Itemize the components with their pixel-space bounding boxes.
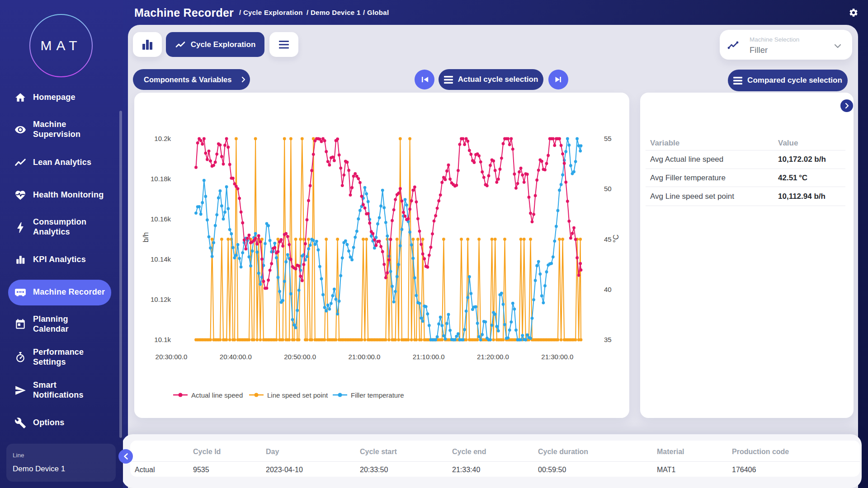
svg-text:45: 45	[604, 235, 612, 243]
svg-text:20:40:00.0: 20:40:00.0	[220, 353, 252, 361]
svg-text:Line speed set point: Line speed set point	[267, 391, 328, 399]
svg-text:10.18k: 10.18k	[151, 175, 171, 183]
svg-text:10.14k: 10.14k	[151, 255, 171, 263]
svg-text:Actual line speed: Actual line speed	[191, 391, 243, 399]
svg-text:40: 40	[604, 286, 612, 293]
svg-text:10.12k: 10.12k	[151, 296, 171, 303]
svg-text:21:10:00.0: 21:10:00.0	[413, 353, 445, 361]
svg-text:°C: °C	[612, 235, 620, 243]
svg-text:50: 50	[604, 185, 612, 192]
svg-text:10.16k: 10.16k	[151, 215, 171, 223]
svg-text:10.1k: 10.1k	[154, 336, 171, 343]
svg-text:35: 35	[604, 336, 612, 343]
svg-text:20:50:00.0: 20:50:00.0	[284, 353, 316, 361]
svg-text:20:30:00.0: 20:30:00.0	[156, 353, 188, 361]
svg-text:55: 55	[604, 135, 612, 142]
svg-text:21:30:00.0: 21:30:00.0	[541, 353, 573, 361]
svg-text:10.2k: 10.2k	[154, 135, 171, 142]
svg-text:b/h: b/h	[142, 232, 150, 242]
svg-text:MAT: MAT	[40, 38, 81, 53]
svg-text:21:20:00.0: 21:20:00.0	[477, 353, 509, 361]
svg-text:21:00:00.0: 21:00:00.0	[348, 353, 380, 361]
svg-text:Filler temperature: Filler temperature	[351, 391, 404, 399]
